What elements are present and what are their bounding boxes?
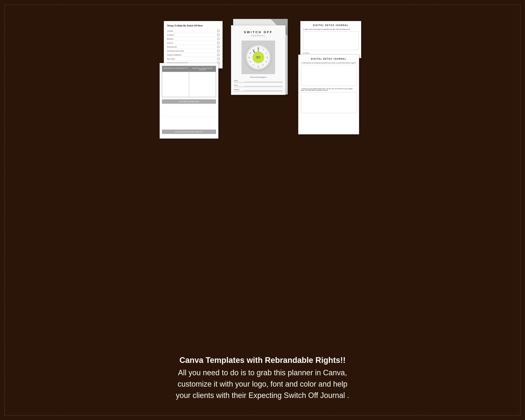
- svg-text:1: 1: [263, 49, 264, 51]
- svg-text:9: 9: [248, 56, 250, 59]
- svg-text:11: 11: [253, 49, 255, 51]
- checklist-item-label: Blankets: [167, 38, 173, 40]
- dj-bottom-q1: 1. What will you do to prepare yourself …: [301, 62, 356, 64]
- right-stack: DIGITAL DETOX JOURNAL 3. Make a list of …: [298, 21, 366, 139]
- q-header-1: What did you hear during switch off?: [162, 66, 189, 72]
- feel-after-bar: How do you feel after your switch off?: [162, 130, 216, 134]
- field-address-label: Address: [234, 89, 244, 90]
- promo-line2: All you need to do is to grab this plann…: [178, 368, 347, 377]
- checklist-page: Things To Make My Switch Off Nicer Candl…: [164, 21, 223, 68]
- checklist-item: Candles: [167, 29, 219, 33]
- journal-bottom-page: DIGITAL DETOX JOURNAL 1. What will you d…: [298, 55, 359, 134]
- svg-text:3: 3: [266, 56, 268, 59]
- checklist-item-label: Guided meditations: [167, 54, 181, 56]
- clock-image: 12 3 6 9 1 2 4 5 7 8 10 11: [242, 40, 275, 74]
- checklist-checkbox[interactable]: [217, 42, 219, 44]
- promo-line4: your clients with their Expecting Switch…: [176, 391, 349, 400]
- pages-section: Things To Make My Switch Off Nicer Candl…: [13, 13, 512, 348]
- svg-text:7: 7: [253, 64, 254, 66]
- promo-lines-234: All you need to do is to grab this plann…: [34, 367, 491, 401]
- questions-page: What did you hear during switch off? Wha…: [159, 63, 218, 139]
- checklist-checkbox[interactable]: [217, 46, 219, 48]
- checklist-item: Guided meditations: [167, 53, 219, 57]
- checklist-item-label: Incense: [167, 42, 173, 44]
- clock-detox-label: TIME TO DETOX: [253, 51, 264, 63]
- checklist-item: Calming music/sounds: [167, 49, 219, 53]
- q-body-2: [189, 72, 216, 97]
- dj-top-q3: 3. Make a list of every type of notifica…: [303, 28, 358, 30]
- field-address: Address: [234, 88, 283, 91]
- dj-top-q4: 4. How w...: [303, 52, 358, 54]
- dj-bottom-title: DIGITAL DETOX JOURNAL: [301, 58, 356, 60]
- field-email-label: Email: [234, 84, 244, 86]
- checklist-item-label: Cushions: [167, 34, 174, 36]
- promo-line1: Canva Templates with Rebrandable Rights!…: [34, 355, 491, 366]
- checklist-checkbox[interactable]: [217, 34, 219, 36]
- dj-top-title: DIGITAL DETOX JOURNAL: [303, 24, 358, 27]
- checklist-items: CandlesCushionsBlanketsIncenseEssential …: [167, 29, 219, 65]
- checklist-item: Nice views: [167, 57, 219, 61]
- field-name-label: Name: [234, 80, 244, 82]
- dj-bottom-q2: 2. Write your personalized detox plan. S…: [301, 88, 356, 91]
- checklist-checkbox[interactable]: [217, 54, 219, 56]
- detox-label-line2: DETOX: [256, 57, 260, 59]
- promo-line3: customize it with your logo, font and co…: [178, 380, 347, 388]
- svg-text:2: 2: [266, 52, 267, 54]
- brain-dump-bar: Post switch off brain dump: [162, 99, 216, 104]
- field-email: Email: [234, 84, 283, 87]
- checklist-checkbox[interactable]: [217, 38, 219, 40]
- checklist-item: Cushions: [167, 33, 219, 37]
- journal-top-page: DIGITAL DETOX JOURNAL 3. Make a list of …: [300, 21, 361, 58]
- checklist-title: Things To Make My Switch Off Nicer: [167, 25, 219, 27]
- checklist-item-label: Essential oils: [167, 46, 177, 48]
- checklist-item: Blankets: [167, 37, 219, 41]
- svg-text:10: 10: [250, 52, 251, 54]
- svg-text:6: 6: [258, 66, 259, 68]
- dj-top-answer-box: [303, 31, 358, 50]
- center-stack: DIGITAL DETOX SWITCH OFF JOURNAL 12 3: [231, 19, 294, 141]
- checklist-item-label: Candles: [167, 30, 173, 32]
- checklist-item-label: Nice views: [167, 58, 175, 60]
- checklist-checkbox[interactable]: [217, 30, 219, 32]
- clock-circle: 12 3 6 9 1 2 4 5 7 8 10 11: [246, 45, 271, 70]
- cover-front: SWITCH OFF JOURNAL 12 3 6 9 1 2: [231, 25, 286, 95]
- dj-bottom-answer-box-2: [301, 92, 356, 113]
- dj-bottom-answer-box-1: [301, 65, 356, 86]
- checklist-item: Incense: [167, 41, 219, 45]
- main-content: Things To Make My Switch Off Nicer Candl…: [13, 13, 512, 407]
- checklist-item-label: Calming music/sounds: [167, 50, 184, 52]
- svg-text:4: 4: [266, 61, 267, 63]
- cover-subtitle: JOURNAL: [251, 35, 266, 37]
- svg-text:5: 5: [262, 64, 263, 66]
- cover-main-title: SWITCH OFF: [244, 30, 272, 34]
- bottom-section: Canva Templates with Rebrandable Rights!…: [13, 348, 512, 407]
- journal-fields: Name Email Address: [234, 79, 283, 93]
- field-name: Name: [234, 79, 283, 83]
- svg-text:8: 8: [250, 61, 251, 63]
- checklist-checkbox[interactable]: [217, 50, 219, 52]
- q-body-1: [162, 72, 189, 97]
- checklist-item: Essential oils: [167, 45, 219, 49]
- checklist-checkbox[interactable]: [217, 58, 219, 60]
- q-header-2: What did you notice during your switch o…: [189, 66, 216, 72]
- questions-grid: What did you hear during switch off? Wha…: [162, 66, 216, 97]
- left-stack: Things To Make My Switch Off Nicer Candl…: [159, 21, 227, 139]
- brain-dump-area: [162, 105, 216, 117]
- belongs-to-text: This journal belongs to: [250, 76, 267, 78]
